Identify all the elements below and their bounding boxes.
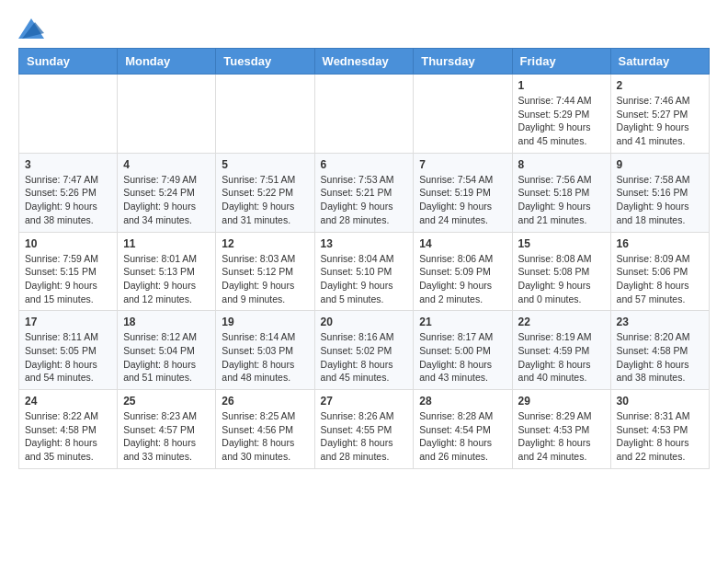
day-number: 8 [518,158,605,171]
day-number: 3 [25,158,111,171]
calendar-cell: 5Sunrise: 7:51 AM Sunset: 5:22 PM Daylig… [216,153,314,232]
day-info: Sunrise: 8:01 AM Sunset: 5:13 PM Dayligh… [123,252,210,306]
calendar-cell: 11Sunrise: 8:01 AM Sunset: 5:13 PM Dayli… [118,232,216,311]
day-info: Sunrise: 8:17 AM Sunset: 5:00 PM Dayligh… [419,330,506,385]
day-number: 10 [25,237,111,250]
calendar-cell: 1Sunrise: 7:44 AM Sunset: 5:29 PM Daylig… [512,75,610,154]
day-number: 23 [617,316,703,328]
day-info: Sunrise: 7:44 AM Sunset: 5:29 PM Dayligh… [518,94,605,148]
day-number: 24 [25,395,111,408]
calendar-cell: 23Sunrise: 8:20 AM Sunset: 4:58 PM Dayli… [610,311,709,390]
calendar-cell: 24Sunrise: 8:22 AM Sunset: 4:58 PM Dayli… [19,390,118,469]
calendar-cell: 25Sunrise: 8:23 AM Sunset: 4:57 PM Dayli… [118,390,216,469]
day-info: Sunrise: 8:25 AM Sunset: 4:56 PM Dayligh… [222,409,308,464]
day-number: 11 [123,237,210,250]
day-info: Sunrise: 7:56 AM Sunset: 5:18 PM Dayligh… [518,173,605,227]
day-number: 6 [321,158,408,171]
calendar-cell: 17Sunrise: 8:11 AM Sunset: 5:05 PM Dayli… [19,311,118,390]
day-info: Sunrise: 8:22 AM Sunset: 4:58 PM Dayligh… [25,409,111,464]
calendar-cell: 30Sunrise: 8:31 AM Sunset: 4:53 PM Dayli… [610,390,709,469]
calendar-cell [314,75,414,154]
day-info: Sunrise: 7:51 AM Sunset: 5:22 PM Dayligh… [222,173,308,227]
calendar-cell: 13Sunrise: 8:04 AM Sunset: 5:10 PM Dayli… [314,232,414,311]
weekday-thursday: Thursday [414,49,512,75]
day-number: 27 [321,395,408,408]
day-number: 26 [222,395,308,408]
calendar-cell [414,75,512,154]
day-number: 5 [222,158,308,171]
day-number: 9 [617,158,703,171]
day-info: Sunrise: 7:47 AM Sunset: 5:26 PM Dayligh… [25,173,111,227]
calendar-body: 1Sunrise: 7:44 AM Sunset: 5:29 PM Daylig… [19,75,710,469]
day-number: 14 [419,237,506,250]
calendar-cell: 28Sunrise: 8:28 AM Sunset: 4:54 PM Dayli… [414,390,512,469]
day-number: 21 [419,316,506,328]
day-info: Sunrise: 8:20 AM Sunset: 4:58 PM Dayligh… [617,330,703,385]
day-number: 22 [518,316,605,328]
calendar-week-4: 17Sunrise: 8:11 AM Sunset: 5:05 PM Dayli… [19,311,710,390]
calendar-week-5: 24Sunrise: 8:22 AM Sunset: 4:58 PM Dayli… [19,390,710,469]
day-number: 2 [617,79,703,92]
calendar-cell [216,75,314,154]
day-info: Sunrise: 7:49 AM Sunset: 5:24 PM Dayligh… [123,173,210,227]
day-info: Sunrise: 7:58 AM Sunset: 5:16 PM Dayligh… [617,173,703,227]
weekday-tuesday: Tuesday [216,49,314,75]
calendar-cell [19,75,118,154]
day-info: Sunrise: 7:53 AM Sunset: 5:21 PM Dayligh… [321,173,408,227]
day-number: 30 [617,395,703,408]
calendar-cell: 20Sunrise: 8:16 AM Sunset: 5:02 PM Dayli… [314,311,414,390]
day-info: Sunrise: 8:31 AM Sunset: 4:53 PM Dayligh… [617,409,703,464]
day-number: 15 [518,237,605,250]
day-info: Sunrise: 8:08 AM Sunset: 5:08 PM Dayligh… [518,252,605,306]
weekday-wednesday: Wednesday [314,49,414,75]
day-number: 25 [123,395,210,408]
calendar-cell: 4Sunrise: 7:49 AM Sunset: 5:24 PM Daylig… [118,153,216,232]
calendar-table: SundayMondayTuesdayWednesdayThursdayFrid… [18,48,710,469]
day-number: 16 [617,237,703,250]
weekday-sunday: Sunday [19,49,118,75]
weekday-saturday: Saturday [610,49,709,75]
calendar-cell: 15Sunrise: 8:08 AM Sunset: 5:08 PM Dayli… [512,232,610,311]
calendar-cell: 10Sunrise: 7:59 AM Sunset: 5:15 PM Dayli… [19,232,118,311]
day-number: 13 [321,237,408,250]
day-info: Sunrise: 7:46 AM Sunset: 5:27 PM Dayligh… [617,94,703,148]
day-info: Sunrise: 7:54 AM Sunset: 5:19 PM Dayligh… [419,173,506,227]
day-number: 17 [25,316,111,328]
day-info: Sunrise: 8:14 AM Sunset: 5:03 PM Dayligh… [222,330,308,385]
calendar-cell: 2Sunrise: 7:46 AM Sunset: 5:27 PM Daylig… [610,75,709,154]
day-number: 4 [123,158,210,171]
calendar-week-3: 10Sunrise: 7:59 AM Sunset: 5:15 PM Dayli… [19,232,710,311]
calendar-week-1: 1Sunrise: 7:44 AM Sunset: 5:29 PM Daylig… [19,75,710,154]
calendar-cell: 12Sunrise: 8:03 AM Sunset: 5:12 PM Dayli… [216,232,314,311]
day-info: Sunrise: 8:04 AM Sunset: 5:10 PM Dayligh… [321,252,408,306]
page-header [18,18,710,39]
day-info: Sunrise: 8:16 AM Sunset: 5:02 PM Dayligh… [321,330,408,385]
day-number: 7 [419,158,506,171]
logo [18,18,48,39]
day-number: 20 [321,316,408,328]
calendar-cell: 19Sunrise: 8:14 AM Sunset: 5:03 PM Dayli… [216,311,314,390]
day-info: Sunrise: 8:19 AM Sunset: 4:59 PM Dayligh… [518,330,605,385]
calendar-cell: 14Sunrise: 8:06 AM Sunset: 5:09 PM Dayli… [414,232,512,311]
day-info: Sunrise: 8:11 AM Sunset: 5:05 PM Dayligh… [25,330,111,385]
day-info: Sunrise: 8:29 AM Sunset: 4:53 PM Dayligh… [518,409,605,464]
calendar-cell: 3Sunrise: 7:47 AM Sunset: 5:26 PM Daylig… [19,153,118,232]
day-info: Sunrise: 7:59 AM Sunset: 5:15 PM Dayligh… [25,252,111,306]
calendar-cell: 26Sunrise: 8:25 AM Sunset: 4:56 PM Dayli… [216,390,314,469]
calendar-cell: 6Sunrise: 7:53 AM Sunset: 5:21 PM Daylig… [314,153,414,232]
calendar-cell: 21Sunrise: 8:17 AM Sunset: 5:00 PM Dayli… [414,311,512,390]
calendar-cell: 27Sunrise: 8:26 AM Sunset: 4:55 PM Dayli… [314,390,414,469]
day-info: Sunrise: 8:06 AM Sunset: 5:09 PM Dayligh… [419,252,506,306]
calendar-cell: 7Sunrise: 7:54 AM Sunset: 5:19 PM Daylig… [414,153,512,232]
day-number: 19 [222,316,308,328]
day-info: Sunrise: 8:26 AM Sunset: 4:55 PM Dayligh… [321,409,408,464]
weekday-monday: Monday [118,49,216,75]
calendar-cell: 22Sunrise: 8:19 AM Sunset: 4:59 PM Dayli… [512,311,610,390]
day-number: 12 [222,237,308,250]
calendar-cell: 9Sunrise: 7:58 AM Sunset: 5:16 PM Daylig… [610,153,709,232]
logo-icon [18,18,44,39]
day-number: 18 [123,316,210,328]
day-info: Sunrise: 8:28 AM Sunset: 4:54 PM Dayligh… [419,409,506,464]
weekday-header-row: SundayMondayTuesdayWednesdayThursdayFrid… [19,49,710,75]
calendar-cell: 29Sunrise: 8:29 AM Sunset: 4:53 PM Dayli… [512,390,610,469]
